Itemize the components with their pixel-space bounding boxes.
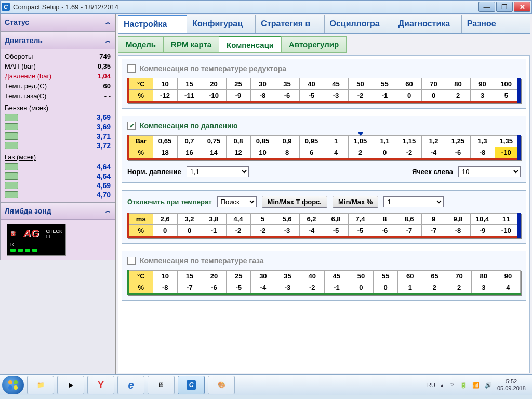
tray-battery-icon[interactable]: 🔋 xyxy=(460,382,467,389)
chevron-down-icon: ︽ xyxy=(105,207,111,215)
injector-select[interactable]: 1 xyxy=(383,196,444,207)
section-title: Компенсация по температуре редуктора xyxy=(140,64,286,73)
minimize-button[interactable]: — xyxy=(478,2,495,12)
taskbar-monitor[interactable]: 🖥 xyxy=(148,376,175,394)
disable-temp-label: Отключить при температ xyxy=(127,198,212,206)
close-button[interactable]: ✕ xyxy=(514,2,530,12)
subtab-3[interactable]: Авторегулир xyxy=(281,36,347,53)
svg-point-1 xyxy=(14,380,18,384)
tray-language[interactable]: RU xyxy=(427,382,435,388)
start-button[interactable] xyxy=(2,376,24,394)
inj-time-table[interactable]: ms2,63,23,84,455,66,26,87,488,699,810,41… xyxy=(127,213,521,238)
pressure-table[interactable]: Bar0,650,70,750,80,850,90,9511,051,11,15… xyxy=(127,135,521,160)
system-tray[interactable]: RU ▴ 🏳 🔋 📶 🔊 5:52 05.09.2018 xyxy=(427,378,530,392)
window-title: Compact Setup - 1.69 - 18/12/2014 xyxy=(13,3,478,11)
tray-clock[interactable]: 5:52 05.09.2018 xyxy=(497,378,526,392)
norm-pressure-select[interactable]: 1,1 xyxy=(187,166,249,177)
section-inj-time: Отключить при температ Поиск Min/Max T ф… xyxy=(122,190,526,244)
status-panel-header[interactable]: Статус ︽ xyxy=(1,14,115,31)
minmax-t-button[interactable]: Min/Max T форс. xyxy=(262,196,327,208)
subtab-0[interactable]: Модель xyxy=(118,36,164,53)
gas-temp-table[interactable]: °C101520253035404550556065708090%-8-7-6-… xyxy=(127,270,521,295)
main-tabs: НастройкаКонфигурацСтратегия вОсциллогра… xyxy=(118,15,530,34)
tray-volume-icon[interactable]: 🔊 xyxy=(485,382,492,389)
lambda-display: ⛽ AG CHECK▢ R xyxy=(7,224,66,256)
gas-temp-checkbox[interactable] xyxy=(127,257,136,265)
section-title: Компенсация по давлению xyxy=(140,122,238,130)
taskbar-ie[interactable]: e xyxy=(117,376,144,394)
tab-0[interactable]: Настройка xyxy=(118,15,187,33)
chevron-down-icon: ︽ xyxy=(105,37,111,44)
taskbar-explorer[interactable]: 📁 xyxy=(27,376,54,394)
minmax-pct-button[interactable]: Min/Max % xyxy=(332,196,378,208)
tab-3[interactable]: Осциллогра xyxy=(324,15,393,33)
subtab-2[interactable]: Компенсаци xyxy=(219,36,282,53)
tab-2[interactable]: Стратегия в xyxy=(255,15,324,33)
tab-1[interactable]: Конфигурац xyxy=(187,15,256,33)
taskbar-paint[interactable]: 🎨 xyxy=(208,376,235,394)
tray-flag-icon[interactable]: 🏳 xyxy=(449,382,455,388)
engine-label: Двигатель xyxy=(5,36,43,45)
reducer-temp-table[interactable]: °C1015202530354045505560708090100%-12-11… xyxy=(127,78,521,103)
pressure-checkbox[interactable]: ✔ xyxy=(127,122,136,130)
svg-point-2 xyxy=(8,385,12,390)
section-pressure: ✔ Компенсация по давлению Bar0,650,70,75… xyxy=(122,116,526,183)
taskbar-media[interactable]: ▶ xyxy=(57,376,84,394)
status-label: Статус xyxy=(5,18,29,26)
sub-tabs: МодельRPM картаКомпенсациАвторегулир xyxy=(118,36,530,53)
norm-pressure-label: Норм. давление xyxy=(127,168,181,176)
lambda-label: Лямбда зонд xyxy=(5,207,51,215)
section-reducer-temp: Компенсация по температуре редуктора °C1… xyxy=(122,59,526,109)
tab-5[interactable]: Разное xyxy=(461,15,530,33)
cells-left-label: Ячеек слева xyxy=(412,168,453,176)
section-gas-temp: Компенсация по температуре газа °C101520… xyxy=(122,251,526,301)
sidebar: Статус ︽ Двигатель ︽ Обороты749МАП (bar)… xyxy=(0,14,116,374)
lambda-panel-header[interactable]: Лямбда зонд ︽ xyxy=(1,203,115,220)
svg-point-3 xyxy=(14,385,18,390)
taskbar: 📁 ▶ Y e 🖥 C 🎨 RU ▴ 🏳 🔋 📶 🔊 5:52 05.09.20… xyxy=(0,374,532,395)
reducer-temp-checkbox[interactable] xyxy=(127,64,136,73)
titlebar: C Compact Setup - 1.69 - 18/12/2014 — ❐ … xyxy=(0,0,532,14)
chevron-down-icon: ︽ xyxy=(105,19,111,26)
subtab-1[interactable]: RPM карта xyxy=(163,36,219,53)
maximize-button[interactable]: ❐ xyxy=(496,2,513,12)
taskbar-compact-setup[interactable]: C xyxy=(178,376,205,394)
tab-4[interactable]: Диагностика xyxy=(393,15,462,33)
engine-panel-header[interactable]: Двигатель ︽ xyxy=(1,32,115,49)
cells-left-select[interactable]: 10 xyxy=(458,166,521,177)
svg-point-0 xyxy=(8,380,12,384)
section-title: Компенсация по температуре газа xyxy=(140,257,264,265)
search-select[interactable]: Поиск xyxy=(217,196,257,207)
main-content: НастройкаКонфигурацСтратегия вОсциллогра… xyxy=(116,14,532,374)
tray-network-icon[interactable]: 📶 xyxy=(472,382,480,389)
taskbar-yandex[interactable]: Y xyxy=(87,376,114,394)
tray-arrow-icon[interactable]: ▴ xyxy=(441,382,444,389)
app-icon: C xyxy=(2,3,10,11)
